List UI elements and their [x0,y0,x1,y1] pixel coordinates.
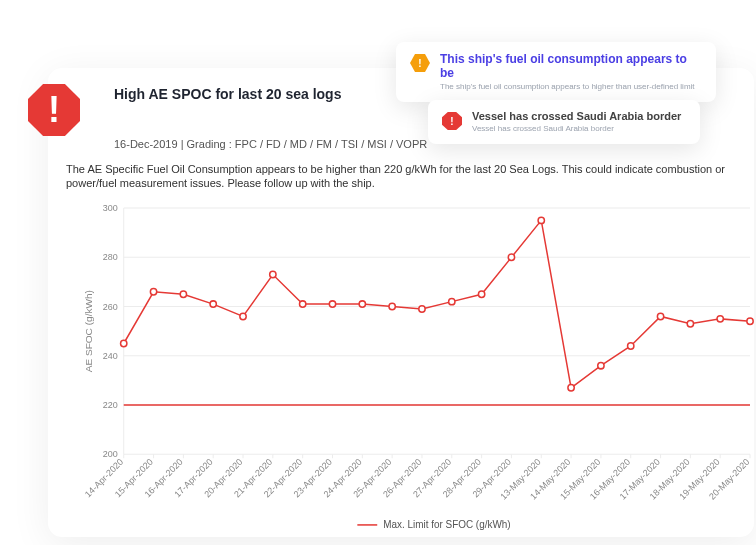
svg-text:240: 240 [103,351,118,361]
svg-point-69 [419,306,425,312]
svg-point-78 [687,321,693,327]
svg-text:Max. Limit for SFOC (g/kWh): Max. Limit for SFOC (g/kWh) [383,519,510,530]
notification-text: Vessel has crossed Saudi Arabia border V… [472,110,681,134]
alert-icon: ! [442,112,462,130]
notification-subtitle: The ship's fuel oil consumption appears … [440,82,702,92]
svg-point-73 [538,217,544,223]
svg-point-71 [478,291,484,297]
chart: 200220240260280300AE SFOC (g/kWh)14-Apr-… [78,200,754,533]
warning-icon: ! [410,54,430,72]
notification-border-crossed[interactable]: ! Vessel has crossed Saudi Arabia border… [428,100,700,144]
svg-point-80 [747,318,753,324]
alert-symbol: ! [48,89,60,131]
svg-point-77 [657,313,663,319]
svg-point-76 [628,343,634,349]
svg-point-67 [359,301,365,307]
svg-point-65 [299,301,305,307]
svg-point-70 [449,298,455,304]
alert-octagon-icon: ! [28,84,80,136]
svg-point-74 [568,385,574,391]
svg-text:220: 220 [103,400,118,410]
svg-text:300: 300 [103,203,118,213]
svg-text:280: 280 [103,252,118,262]
svg-point-79 [717,316,723,322]
svg-point-62 [210,301,216,307]
notification-text: This ship's fuel oil consumption appears… [440,52,702,92]
svg-text:260: 260 [103,302,118,312]
svg-point-66 [329,301,335,307]
svg-point-61 [180,291,186,297]
svg-point-63 [240,313,246,319]
notification-title: Vessel has crossed Saudi Arabia border [472,110,681,122]
svg-point-64 [270,271,276,277]
notification-title: This ship's fuel oil consumption appears… [440,52,702,80]
svg-text:200: 200 [103,449,118,459]
svg-text:AE SFOC (g/kWh): AE SFOC (g/kWh) [83,290,94,372]
svg-point-68 [389,303,395,309]
notification-fuel-consumption[interactable]: ! This ship's fuel oil consumption appea… [396,42,716,102]
svg-point-59 [121,340,127,346]
svg-point-75 [598,362,604,368]
card-description: The AE Specific Fuel Oil Consumption app… [66,162,754,191]
svg-point-72 [508,254,514,260]
svg-point-60 [150,289,156,295]
notification-subtitle: Vessel has crossed Saudi Arabia border [472,124,681,134]
